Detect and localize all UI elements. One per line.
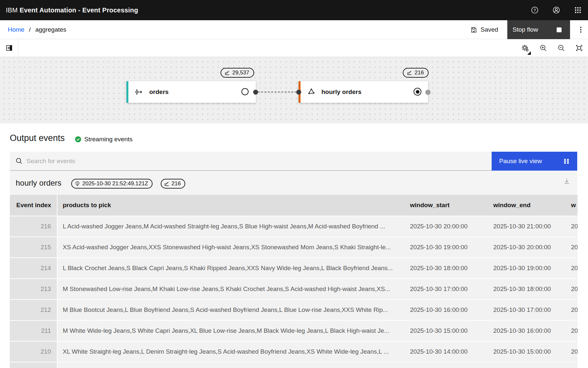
table-row[interactable]: 215XS Acid-washed Jogger Jeans,XXS Stone… bbox=[10, 237, 578, 257]
cell-c3: 2025-10-30 17:00:00 bbox=[405, 279, 488, 299]
chart-icon bbox=[164, 181, 170, 187]
canvas-toolbar bbox=[0, 39, 588, 57]
breadcrumb: Home / aggregates bbox=[8, 20, 66, 39]
cell-c3: 2025-10-30 20:00:00 bbox=[405, 216, 488, 237]
hourly-orders-output-port[interactable] bbox=[414, 88, 421, 96]
cell-c4: 2025-10-30 18:00:00 bbox=[488, 279, 566, 299]
search-icon bbox=[16, 158, 23, 164]
table-row[interactable]: 210XL White Straight-leg Jeans,L Denim S… bbox=[10, 342, 578, 362]
cell-c1 bbox=[10, 362, 57, 368]
column-header-window-start[interactable]: window_start bbox=[405, 195, 488, 216]
table-row[interactable]: 212M Blue Bootcut Jeans,L Blue Boyfriend… bbox=[10, 300, 578, 320]
search-input[interactable]: Search for events bbox=[10, 152, 492, 171]
cell-c2: L Black Crochet Jeans,S Black Capri Jean… bbox=[57, 258, 405, 278]
breadcrumb-home-link[interactable]: Home bbox=[8, 26, 24, 33]
hourly-orders-event-count-badge: 216 bbox=[403, 68, 429, 78]
cell-c4: 2025-10-30 20:00:00 bbox=[488, 237, 566, 257]
canvas-settings-button[interactable] bbox=[516, 39, 534, 57]
overflow-menu-button[interactable] bbox=[574, 20, 588, 39]
chart-icon bbox=[407, 70, 412, 76]
connection-dot-source bbox=[253, 90, 258, 95]
zoom-in-button[interactable] bbox=[534, 39, 552, 57]
app-switcher-icon[interactable] bbox=[572, 4, 584, 16]
pause-icon bbox=[564, 159, 569, 164]
download-icon[interactable] bbox=[563, 177, 570, 185]
result-title: hourly orders bbox=[16, 178, 61, 188]
cell-c5: 20 bbox=[566, 279, 578, 299]
cell-c1: 212 bbox=[10, 300, 57, 320]
event-source-icon bbox=[135, 88, 143, 96]
fit-to-screen-button[interactable] bbox=[570, 39, 588, 57]
table-row[interactable]: 213M Stonewashed Low-rise Jeans,M Khaki … bbox=[10, 279, 578, 299]
table-row[interactable]: 214L Black Crochet Jeans,S Black Capri J… bbox=[10, 258, 578, 278]
time-icon bbox=[74, 181, 80, 187]
column-header-event-index[interactable]: Event index bbox=[10, 195, 57, 216]
column-header-window-end[interactable]: window_end bbox=[488, 195, 566, 216]
user-avatar-icon[interactable] bbox=[550, 4, 563, 16]
cell-c5 bbox=[566, 362, 578, 368]
cell-c4: 2025-10-30 17:00:00 bbox=[488, 300, 566, 320]
node-label: hourly orders bbox=[321, 88, 361, 96]
output-connection-dot bbox=[425, 90, 431, 95]
node-label: orders bbox=[149, 88, 169, 96]
check-circle-icon bbox=[75, 136, 81, 143]
cell-c4 bbox=[488, 362, 566, 368]
output-events-table: Event index products to pick window_star… bbox=[10, 195, 578, 368]
fit-to-screen-icon bbox=[576, 44, 583, 52]
result-header: hourly orders 2025-10-30 21:52:49.121Z 2… bbox=[10, 171, 577, 195]
cell-c5: 20 bbox=[566, 237, 578, 257]
cell-c3: 2025-10-30 14:00:00 bbox=[405, 342, 488, 362]
node-orders[interactable]: orders bbox=[126, 81, 256, 103]
stop-flow-button[interactable]: Stop flow bbox=[507, 20, 570, 39]
node-hourly-orders[interactable]: hourly orders bbox=[299, 81, 428, 103]
cell-c1: 213 bbox=[10, 279, 57, 299]
kebab-icon bbox=[580, 29, 581, 30]
open-panel-button[interactable] bbox=[0, 39, 18, 57]
cell-c5: 20 bbox=[566, 216, 578, 237]
zoom-in-icon bbox=[540, 44, 547, 52]
connection-dot-target bbox=[296, 90, 301, 95]
table-row[interactable]: 216L Acid-washed Jogger Jeans,M Acid-was… bbox=[10, 216, 578, 237]
cell-c1: 210 bbox=[10, 342, 57, 362]
cell-c4: 2025-10-30 15:00:00 bbox=[488, 342, 566, 362]
orders-output-port[interactable] bbox=[241, 88, 249, 95]
app-title: IBM Event Automation - Event Processing bbox=[6, 7, 138, 14]
column-header-products-to-pick[interactable]: products to pick bbox=[57, 195, 405, 216]
cell-c4: 2025-10-30 19:00:00 bbox=[488, 258, 566, 278]
table-row[interactable] bbox=[10, 362, 578, 368]
search-placeholder: Search for events bbox=[26, 158, 75, 165]
cell-c2: XL White Straight-leg Jeans,L Denim Stra… bbox=[57, 342, 405, 362]
cell-c1: 216 bbox=[10, 216, 57, 237]
stop-icon bbox=[557, 27, 562, 32]
aggregate-icon bbox=[307, 88, 316, 96]
cell-c2: XS Acid-washed Jogger Jeans,XXS Stonewas… bbox=[57, 237, 405, 257]
column-header-clipped[interactable]: w bbox=[566, 195, 578, 216]
cell-c4: 2025-10-30 21:00:00 bbox=[488, 216, 566, 237]
cell-c2 bbox=[57, 362, 405, 368]
timestamp-chip: 2025-10-30 21:52:49.121Z bbox=[71, 179, 153, 189]
table-header-row: Event index products to pick window_star… bbox=[10, 195, 578, 216]
cell-c1: 211 bbox=[10, 321, 57, 341]
chart-icon bbox=[224, 70, 230, 76]
cell-c1: 214 bbox=[10, 258, 57, 278]
cell-c3 bbox=[405, 362, 488, 368]
zoom-out-button[interactable] bbox=[552, 39, 570, 57]
cell-c3: 2025-10-30 16:00:00 bbox=[405, 300, 488, 320]
breadcrumb-bar: Home / aggregates Saved Stop flow bbox=[0, 20, 588, 39]
cell-c4: 2025-10-30 16:00:00 bbox=[488, 321, 566, 341]
cell-c1: 215 bbox=[10, 237, 57, 257]
settings-caret bbox=[527, 51, 531, 55]
cell-c5: 20 bbox=[566, 321, 578, 341]
breadcrumb-current: aggregates bbox=[35, 26, 66, 33]
save-icon bbox=[470, 26, 477, 33]
help-icon[interactable]: ? bbox=[529, 4, 541, 16]
svg-text:?: ? bbox=[533, 8, 536, 13]
table-row[interactable]: 211M White Wide-leg Jeans,S White Capri … bbox=[10, 321, 578, 341]
output-events-title: Output events bbox=[10, 133, 65, 143]
saved-status: Saved bbox=[470, 20, 498, 39]
flow-canvas[interactable]: 29,537 216 orders bbox=[0, 57, 588, 123]
pause-live-view-button[interactable]: Pause live view bbox=[492, 152, 577, 171]
orders-event-count-badge: 29,537 bbox=[220, 68, 254, 78]
cell-c2: L Acid-washed Jogger Jeans,M Acid-washed… bbox=[57, 216, 405, 237]
cell-c2: M Stonewashed Low-rise Jeans,M Khaki Low… bbox=[57, 279, 405, 299]
